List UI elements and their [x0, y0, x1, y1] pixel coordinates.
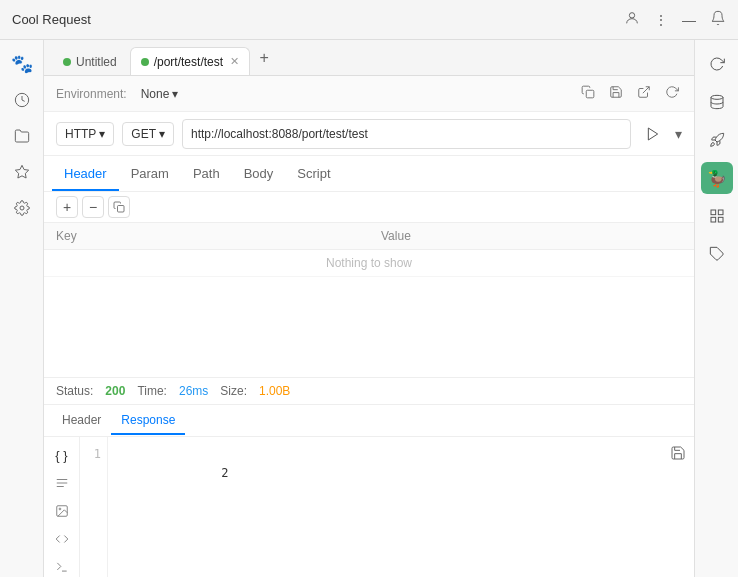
protocol-selector[interactable]: HTTP ▾	[56, 122, 114, 146]
add-tab-button[interactable]: +	[252, 46, 276, 70]
svg-point-0	[629, 13, 634, 18]
title-bar-controls: ⋮ —	[624, 10, 726, 29]
right-panel-rocket-icon[interactable]	[701, 124, 733, 156]
method-chevron: ▾	[159, 127, 165, 141]
resp-text-icon[interactable]	[50, 473, 74, 493]
status-label: Status:	[56, 384, 93, 398]
title-bar: Cool Request ⋮ —	[0, 0, 738, 40]
tab-script[interactable]: Script	[285, 158, 342, 191]
resp-image-icon[interactable]	[50, 501, 74, 521]
sidebar-logo-icon[interactable]: 🐾	[6, 48, 38, 80]
url-more-icon[interactable]: ▾	[675, 126, 682, 142]
protocol-chevron: ▾	[99, 127, 105, 141]
line-numbers: 1	[80, 437, 108, 577]
right-panel-grid-icon[interactable]	[701, 200, 733, 232]
svg-rect-17	[718, 217, 723, 222]
env-actions	[578, 82, 682, 105]
tab-port-label: /port/test/test	[154, 55, 223, 69]
env-selector[interactable]: None ▾	[135, 85, 185, 103]
notification-icon[interactable]	[710, 10, 726, 29]
tab-untitled-label: Untitled	[76, 55, 117, 69]
env-copy-icon[interactable]	[578, 82, 598, 105]
env-export-icon[interactable]	[634, 82, 654, 105]
env-save-icon[interactable]	[606, 82, 626, 105]
request-tabs: Header Param Path Body Script	[44, 156, 694, 192]
time-label: Time:	[137, 384, 167, 398]
line-number-1: 1	[86, 445, 101, 464]
left-sidebar: 🐾	[0, 40, 44, 577]
tab-close-icon[interactable]: ✕	[230, 56, 239, 67]
sidebar-folder-icon[interactable]	[6, 120, 38, 152]
env-refresh-icon[interactable]	[662, 82, 682, 105]
right-panel-bookmark-icon[interactable]	[701, 238, 733, 270]
chevron-down-icon: ▾	[172, 87, 178, 101]
tabs-bar: Untitled /port/test/test ✕ +	[44, 40, 694, 76]
code-line-1: 2	[221, 466, 228, 480]
add-header-button[interactable]: +	[56, 196, 78, 218]
sidebar-star-icon[interactable]	[6, 156, 38, 188]
environment-bar: Environment: None ▾	[44, 76, 694, 112]
app-title: Cool Request	[12, 12, 91, 27]
tab-port-test[interactable]: /port/test/test ✕	[130, 47, 250, 75]
right-panel-duck-icon[interactable]: 🦆	[701, 162, 733, 194]
tab-header[interactable]: Header	[52, 158, 119, 191]
env-value: None	[141, 87, 170, 101]
svg-rect-4	[586, 90, 594, 98]
svg-rect-15	[711, 210, 716, 215]
remove-header-button[interactable]: −	[82, 196, 104, 218]
response-status-bar: Status: 200 Time: 26ms Size: 1.00B	[44, 378, 694, 405]
svg-rect-7	[118, 206, 125, 213]
tab-param[interactable]: Param	[119, 158, 181, 191]
code-content: 2	[108, 437, 240, 577]
resp-html-icon[interactable]	[50, 529, 74, 549]
copy-header-button[interactable]	[108, 196, 130, 218]
app-container: 🐾 Untitled	[0, 40, 738, 577]
minimize-icon[interactable]: —	[682, 12, 696, 28]
resp-code-icon[interactable]	[50, 557, 74, 577]
method-value: GET	[131, 127, 156, 141]
save-response-button[interactable]	[670, 445, 686, 464]
tab-body[interactable]: Body	[232, 158, 286, 191]
url-input[interactable]	[191, 127, 622, 141]
right-panel-database-icon[interactable]	[701, 86, 733, 118]
svg-marker-2	[15, 165, 28, 178]
response-sidebar: { }	[44, 437, 80, 577]
svg-point-12	[59, 508, 61, 510]
response-body: { }	[44, 437, 694, 577]
url-bar: HTTP ▾ GET ▾ ▾	[44, 112, 694, 156]
header-table: Key Value Nothing to show	[44, 223, 694, 377]
svg-rect-18	[711, 217, 716, 222]
svg-point-3	[20, 206, 24, 210]
right-panel: 🦆	[694, 40, 738, 577]
size-value: 1.00B	[259, 384, 290, 398]
tab-untitled[interactable]: Untitled	[52, 47, 128, 75]
resp-tab-response[interactable]: Response	[111, 407, 185, 435]
kv-table: Key Value Nothing to show	[44, 223, 694, 277]
size-label: Size:	[220, 384, 247, 398]
url-input-container	[182, 119, 631, 149]
time-value: 26ms	[179, 384, 208, 398]
user-icon[interactable]	[624, 10, 640, 29]
header-toolbar: + −	[44, 192, 694, 223]
tab-dot-untitled	[63, 58, 71, 66]
more-icon[interactable]: ⋮	[654, 12, 668, 28]
sidebar-clock-icon[interactable]	[6, 84, 38, 116]
tab-path[interactable]: Path	[181, 158, 232, 191]
svg-point-14	[711, 95, 723, 99]
sidebar-settings-icon[interactable]	[6, 192, 38, 224]
response-tabs: Header Response	[44, 405, 694, 437]
main-content: Untitled /port/test/test ✕ + Environment…	[44, 40, 694, 577]
right-panel-refresh-icon[interactable]	[701, 48, 733, 80]
method-selector[interactable]: GET ▾	[122, 122, 174, 146]
resp-json-icon[interactable]: { }	[50, 445, 74, 465]
code-area: 1 2	[80, 437, 694, 577]
col-value: Value	[369, 223, 694, 250]
svg-marker-6	[648, 128, 657, 140]
send-button[interactable]	[639, 120, 667, 148]
empty-message: Nothing to show	[44, 250, 694, 277]
protocol-value: HTTP	[65, 127, 96, 141]
svg-rect-16	[718, 210, 723, 215]
svg-line-5	[643, 87, 649, 93]
status-code: 200	[105, 384, 125, 398]
resp-tab-header[interactable]: Header	[52, 407, 111, 435]
